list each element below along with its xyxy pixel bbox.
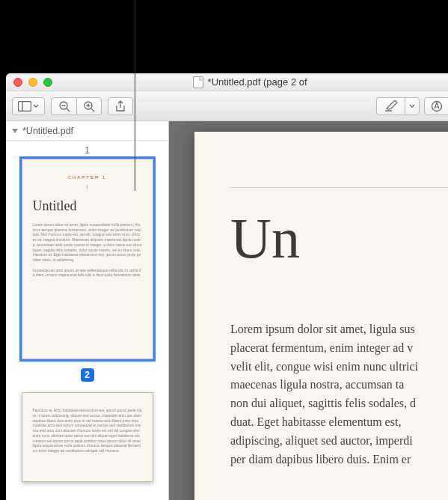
zoom-out-icon	[58, 100, 70, 112]
thumbnail-item: 1	[6, 145, 168, 159]
content-area: *Untitled.pdf 1 CHAPTER 1 ⌇ Untitled Lor…	[6, 121, 448, 500]
window-title: *Untitled.pdf (page 2 of	[208, 76, 307, 88]
body-line: non dui aliquet, sagittis felis sodales,…	[230, 394, 448, 413]
highlight-icon	[384, 100, 398, 112]
thumbnail-item[interactable]: CHAPTER 1 ⌇ Untitled Lorem ipsum dolor s…	[6, 159, 168, 392]
sidebar-toggle-button[interactable]	[12, 97, 45, 115]
page-chapter-heading: C	[230, 165, 448, 177]
thumbnails-sidebar: *Untitled.pdf 1 CHAPTER 1 ⌇ Untitled Lor…	[6, 121, 169, 500]
chevron-down-icon	[33, 104, 39, 109]
zoom-button-group	[51, 97, 102, 115]
highlight-button-group	[376, 97, 420, 115]
svg-rect-0	[19, 101, 31, 111]
zoom-window-button[interactable]	[43, 78, 52, 87]
markup-toolbar-button[interactable]	[424, 97, 448, 115]
thumb-ornament: ⌇	[33, 183, 142, 190]
thumb-title: Untitled	[33, 197, 142, 215]
thumbnail-content: Faucibus at. Arcu habitasse elementum es…	[22, 393, 153, 463]
sidebar-document-header[interactable]: *Untitled.pdf	[6, 121, 168, 141]
thumbnail-content: CHAPTER 1 ⌇ Untitled Lorem ipsum dolor s…	[22, 159, 153, 287]
highlight-button[interactable]	[376, 97, 405, 115]
body-line: velit elit, congue wisi enim nunc ultric…	[230, 358, 448, 376]
body-line: duat. Eget habitasse elementum est,	[230, 413, 448, 432]
page-thumbnail-selected[interactable]: CHAPTER 1 ⌇ Untitled Lorem ipsum dolor s…	[22, 159, 153, 359]
thumb-body-text: Lorem ipsum dolor sit amet, ligula suspe…	[33, 222, 142, 278]
titlebar: *Untitled.pdf (page 2 of	[6, 73, 448, 91]
page-title: Un	[230, 206, 448, 271]
app-window: *Untitled.pdf (page 2 of	[6, 73, 448, 500]
share-icon	[115, 100, 126, 112]
svg-line-3	[67, 109, 70, 112]
minimize-window-button[interactable]	[28, 78, 37, 87]
callout-line	[135, 0, 135, 191]
window-title-area: *Untitled.pdf (page 2 of	[193, 76, 307, 88]
page-thumbnail[interactable]: Faucibus at. Arcu habitasse elementum es…	[22, 392, 153, 482]
svg-line-6	[91, 109, 94, 112]
zoom-in-button[interactable]	[76, 97, 102, 115]
thumb-body-text: Faucibus at. Arcu habitasse elementum es…	[33, 408, 142, 454]
page-rule	[230, 187, 448, 188]
toolbar	[6, 91, 448, 121]
page-number-label: 1	[85, 145, 90, 156]
sidebar-document-title: *Untitled.pdf	[22, 126, 73, 136]
chevron-down-icon	[409, 104, 415, 109]
page-body-text: Lorem ipsum dolor sit amet, ligula sus p…	[230, 320, 448, 469]
markup-icon	[431, 100, 443, 112]
body-line: Lorem ipsum dolor sit amet, ligula sus	[230, 320, 448, 339]
body-line: per diam dapibus libero duis. Enim er	[230, 451, 448, 469]
body-line: placerat fermentum, enim integer ad v	[230, 339, 448, 358]
body-line: maecenas ligula nostra, accumsan ta	[230, 376, 448, 394]
page-number-badge: 2	[81, 368, 94, 382]
thumbnail-item[interactable]: Faucibus at. Arcu habitasse elementum es…	[6, 392, 168, 490]
close-window-button[interactable]	[13, 78, 22, 87]
share-button[interactable]	[108, 97, 133, 115]
zoom-out-button[interactable]	[51, 97, 76, 115]
thumbnails-list: 1 CHAPTER 1 ⌇ Untitled Lorem ipsum dolor…	[6, 141, 168, 500]
disclosure-triangle-icon	[12, 129, 18, 133]
document-page[interactable]: C Un Lorem ipsum dolor sit amet, ligula …	[194, 132, 448, 500]
traffic-lights	[6, 78, 52, 87]
thumb-chapter-label: CHAPTER 1	[33, 174, 142, 180]
document-proxy-icon[interactable]	[193, 76, 203, 88]
main-document-view[interactable]: C Un Lorem ipsum dolor sit amet, ligula …	[169, 121, 448, 500]
highlight-menu-button[interactable]	[405, 97, 420, 115]
sidebar-icon	[18, 101, 31, 112]
zoom-in-icon	[83, 100, 95, 112]
body-line: adipiscing, aliquet sed auctor, imperdi	[230, 432, 448, 451]
